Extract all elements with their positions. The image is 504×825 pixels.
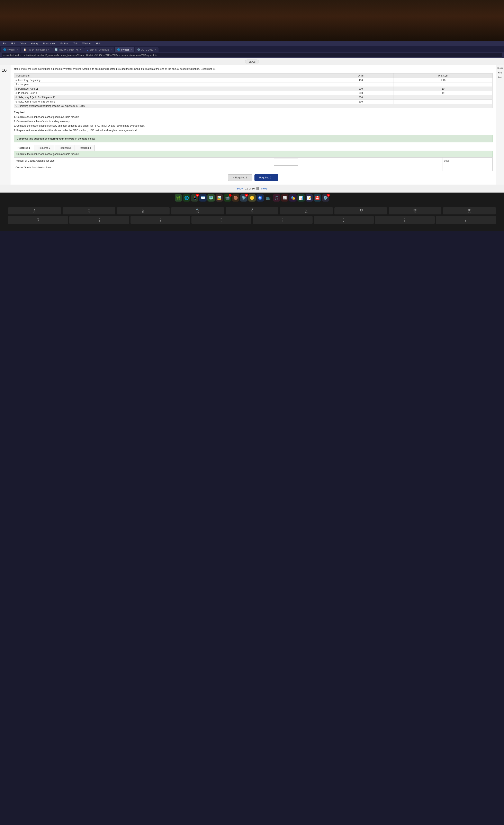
dock-icon-phone[interactable]: 📱 60 <box>191 194 198 202</box>
unit-label-units: units <box>442 158 492 164</box>
dock-badge-facetime: 7 <box>229 194 232 197</box>
label-goods-available: Number of Goods Available for Sale <box>14 158 272 164</box>
key-8[interactable]: * 8 <box>375 216 435 224</box>
prev-required-button[interactable]: < Required 1 <box>228 174 252 181</box>
address-bar-row: ezto.mheducation.com/ext/map/index.html?… <box>0 52 504 58</box>
table-row: c. Purchase, June 1 700 19 <box>14 91 493 95</box>
browser-tab-review[interactable]: 🔄 Review Center - Kn ✕ <box>52 47 84 52</box>
dock-icon-maps[interactable]: 🗺️ <box>207 194 215 202</box>
required-list: 1. Calculate the number and cost of good… <box>14 115 493 133</box>
menu-help[interactable]: Help <box>95 42 102 46</box>
tab-required-1[interactable]: Required 1 <box>14 145 34 151</box>
macos-dock: 🌿 🌐 📱 60 ✉️ 🗺️ 🖼️ 📹 7 🟤 ⚙️ 38 🟡 Ⓜ️ 📺 🎵 📰… <box>0 193 504 203</box>
dock-badge-phone: 60 <box>196 194 199 197</box>
menu-history[interactable]: History <box>30 42 39 46</box>
dock-icon-appletv[interactable]: 📺 <box>265 194 272 202</box>
dock-icon-mail[interactable]: ✉️ <box>199 194 206 202</box>
complete-instruction-box: Complete this question by entering your … <box>14 135 493 142</box>
key-2[interactable]: @ 2 <box>8 216 68 224</box>
table-row: f. Operating expenses (excluding income … <box>14 104 493 108</box>
tab-navigation: Required 1 Required 2 Required 3 Require… <box>14 145 493 151</box>
dock-icon-news[interactable]: 📰 <box>281 194 288 202</box>
menu-edit[interactable]: Edit <box>10 42 16 46</box>
address-bar[interactable]: ezto.mheducation.com/ext/map/index.html?… <box>2 53 502 58</box>
dock-icon-chrome[interactable]: 🌐 <box>183 194 190 202</box>
background-photo <box>0 0 504 41</box>
key-f3[interactable]: □ F3 <box>117 207 170 214</box>
browser-tab-google[interactable]: G Sign in - Google Ac ✕ <box>84 47 114 52</box>
menu-file[interactable]: File <box>2 42 7 46</box>
dock-badge-sysprefs: 3 <box>327 194 330 197</box>
browser-tab-eweber1[interactable]: 🌐 eWeber ✕ <box>1 47 20 52</box>
key-f5[interactable]: 🎤 F5 <box>226 207 278 214</box>
dock-icon-contacts[interactable]: 🟤 <box>232 194 239 202</box>
menu-bookmarks[interactable]: Bookmarks <box>43 42 56 46</box>
tab-required-4[interactable]: Required 4 <box>75 145 95 151</box>
key-f8[interactable]: ▶II F8 <box>389 207 441 214</box>
table-row: e. Sale, July 3 (sold for $46 per unit) … <box>14 99 493 104</box>
dock-icon-facetime[interactable]: 📹 7 <box>224 194 231 202</box>
dock-icon-launchpad[interactable]: 🌿 <box>175 194 182 202</box>
dock-icon-pages[interactable]: 📝 <box>306 194 313 202</box>
dock-icon-app-store[interactable]: 🅰️ <box>314 194 321 202</box>
col-header-transactions: Transactions <box>14 73 328 78</box>
table-row: b. Purchase, April 11 800 10 <box>14 86 493 91</box>
tab-close-1[interactable]: ✕ <box>48 49 50 51</box>
key-f9[interactable]: ▶▶ F9 <box>443 207 496 214</box>
key-4[interactable]: $ 4 <box>131 216 190 224</box>
input-cost-available[interactable] <box>274 165 298 170</box>
tab-close-4[interactable]: ✕ <box>130 49 132 51</box>
key-f2[interactable]: ☀ F2 <box>63 207 115 214</box>
key-7[interactable]: & 7 <box>314 216 374 224</box>
key-f6[interactable]: ☾ F6 <box>280 207 333 214</box>
next-page-link[interactable]: Next › <box>261 187 269 190</box>
dock-icon-system-prefs[interactable]: ⚙️ 3 <box>322 194 329 202</box>
ebook-link[interactable]: eBook <box>497 67 503 69</box>
dock-icon-word[interactable]: Ⓜ️ <box>256 194 264 202</box>
calculate-instruction: Calculate the number and cost of goods a… <box>14 151 493 157</box>
menu-profiles[interactable]: Profiles <box>60 42 69 46</box>
dock-icon-numbers[interactable]: 📊 <box>298 194 305 202</box>
tab-close-0[interactable]: ✕ <box>16 49 18 51</box>
prev-page-link[interactable]: ‹ Prev <box>236 187 243 190</box>
browser-chrome: File Edit View History Bookmarks Profile… <box>0 41 504 58</box>
tab-nav-buttons: < Required 1 Required 2 > <box>14 171 493 182</box>
page-number-col: 16 <box>0 65 10 184</box>
key-f4[interactable]: 🔍 F4 <box>171 207 224 214</box>
hint-link[interactable]: Hint <box>498 72 502 74</box>
browser-tab-actg[interactable]: ⚙️ ACTG 2010 ✕ <box>135 47 159 52</box>
browser-tab-hw14[interactable]: 📋 HW 14 Introduction ✕ <box>21 47 52 52</box>
tab-required-2[interactable]: Required 2 <box>34 145 55 151</box>
key-f7[interactable]: ◀◀ F7 <box>334 207 387 214</box>
browser-tab-eweber2[interactable]: 🌐 eWeber ✕ <box>115 47 135 52</box>
key-6[interactable]: ^ 6 <box>253 216 313 224</box>
next-required-button[interactable]: Required 2 > <box>254 174 278 181</box>
col-header-units: Units <box>328 73 394 78</box>
tab-close-3[interactable]: ✕ <box>110 49 112 51</box>
dock-icon-notes[interactable]: 🟡 <box>248 194 256 202</box>
key-3[interactable]: # 3 <box>69 216 129 224</box>
side-tools-panel: eBook Hint Print <box>496 65 504 184</box>
tab-required-3[interactable]: Required 3 <box>55 145 75 151</box>
grid-view-icon[interactable] <box>256 187 259 190</box>
keyboard-area: ☀ F1 ☀ F2 □ F3 🔍 F4 🎤 F5 ☾ F6 ◀◀ F7 ▶II <box>0 203 504 231</box>
table-row: a. Inventory, Beginning 400 $ 18 <box>14 78 493 82</box>
dock-icon-theater[interactable]: 🎭 <box>289 194 297 202</box>
input-goods-available-units[interactable] <box>274 159 298 163</box>
menu-tab[interactable]: Tab <box>73 42 78 46</box>
key-9[interactable]: ( 9 <box>436 216 496 224</box>
key-f1[interactable]: ☀ F1 <box>8 207 61 214</box>
input-row-units: Number of Goods Available for Sale units <box>14 158 493 164</box>
tab-close-2[interactable]: ✕ <box>80 49 81 51</box>
transaction-table: Transactions Units Unit Cost a. Inventor… <box>14 73 493 108</box>
key-5[interactable]: % 5 <box>191 216 251 224</box>
dock-icon-settings[interactable]: ⚙️ 38 <box>240 194 248 202</box>
saved-bar: Saved <box>0 58 504 65</box>
menu-view[interactable]: View <box>20 42 26 46</box>
dock-icon-music[interactable]: 🎵 <box>273 194 280 202</box>
menu-window[interactable]: Window <box>82 42 92 46</box>
tab-close-5[interactable]: ✕ <box>154 49 156 51</box>
print-link[interactable]: Print <box>498 76 502 79</box>
dock-icon-photos[interactable]: 🖼️ <box>216 194 223 202</box>
fn-key-row: ☀ F1 ☀ F2 □ F3 🔍 F4 🎤 F5 ☾ F6 ◀◀ F7 ▶II <box>8 207 496 214</box>
